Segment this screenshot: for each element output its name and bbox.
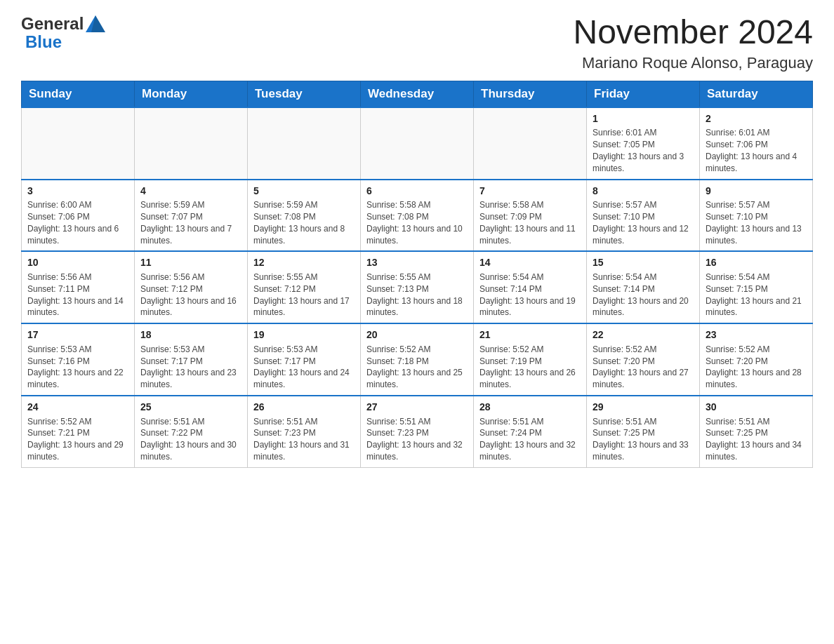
calendar-week-row: 10Sunrise: 5:56 AMSunset: 7:11 PMDayligh… [22,251,813,323]
calendar-cell: 22Sunrise: 5:52 AMSunset: 7:20 PMDayligh… [587,323,700,396]
calendar-cell: 27Sunrise: 5:51 AMSunset: 7:23 PMDayligh… [361,396,474,467]
calendar-cell: 4Sunrise: 5:59 AMSunset: 7:07 PMDaylight… [135,180,248,252]
day-info: Sunrise: 5:56 AMSunset: 7:12 PMDaylight:… [140,271,241,318]
calendar-cell: 28Sunrise: 5:51 AMSunset: 7:24 PMDayligh… [474,396,587,467]
calendar-cell [361,107,474,180]
location-title: Mariano Roque Alonso, Paraguay [573,54,813,72]
day-info: Sunrise: 5:58 AMSunset: 7:08 PMDaylight:… [366,199,468,246]
calendar-cell: 23Sunrise: 5:52 AMSunset: 7:20 PMDayligh… [700,323,813,396]
calendar-cell: 17Sunrise: 5:53 AMSunset: 7:16 PMDayligh… [22,323,135,396]
day-number: 7 [479,185,581,199]
day-number: 19 [253,328,355,342]
day-number: 16 [706,256,807,270]
day-number: 17 [27,328,128,342]
calendar-cell: 5Sunrise: 5:59 AMSunset: 7:08 PMDaylight… [248,180,361,252]
month-title: November 2024 [573,14,813,51]
day-info: Sunrise: 5:51 AMSunset: 7:23 PMDaylight:… [366,416,468,463]
calendar-cell: 2Sunrise: 6:01 AMSunset: 7:06 PMDaylight… [700,107,813,180]
page-header: General Blue November 2024 Mariano Roque… [21,14,813,72]
day-info: Sunrise: 5:53 AMSunset: 7:17 PMDaylight:… [253,344,355,391]
day-info: Sunrise: 5:57 AMSunset: 7:10 PMDaylight:… [706,199,807,246]
day-number: 22 [593,328,694,342]
day-info: Sunrise: 5:58 AMSunset: 7:09 PMDaylight:… [479,199,581,246]
calendar-cell [135,107,248,180]
calendar-cell: 7Sunrise: 5:58 AMSunset: 7:09 PMDaylight… [474,180,587,252]
day-info: Sunrise: 5:55 AMSunset: 7:13 PMDaylight:… [366,271,468,318]
day-number: 30 [706,401,807,415]
calendar-cell: 16Sunrise: 5:54 AMSunset: 7:15 PMDayligh… [700,251,813,323]
day-number: 15 [593,256,694,270]
day-info: Sunrise: 5:51 AMSunset: 7:23 PMDaylight:… [253,416,355,463]
logo: General Blue [21,14,105,52]
day-number: 6 [366,185,468,199]
day-number: 26 [253,401,355,415]
day-info: Sunrise: 5:52 AMSunset: 7:20 PMDaylight:… [593,344,694,391]
calendar-cell: 1Sunrise: 6:01 AMSunset: 7:05 PMDaylight… [587,107,700,180]
calendar-cell: 13Sunrise: 5:55 AMSunset: 7:13 PMDayligh… [361,251,474,323]
day-info: Sunrise: 5:52 AMSunset: 7:19 PMDaylight:… [479,344,581,391]
day-number: 28 [479,401,581,415]
day-number: 29 [593,401,694,415]
calendar-cell: 15Sunrise: 5:54 AMSunset: 7:14 PMDayligh… [587,251,700,323]
day-info: Sunrise: 6:01 AMSunset: 7:06 PMDaylight:… [706,127,807,174]
title-block: November 2024 Mariano Roque Alonso, Para… [573,14,813,72]
day-number: 18 [140,328,241,342]
day-info: Sunrise: 5:53 AMSunset: 7:17 PMDaylight:… [140,344,241,391]
day-info: Sunrise: 5:51 AMSunset: 7:24 PMDaylight:… [479,416,581,463]
day-number: 1 [593,112,694,126]
day-number: 2 [706,112,807,126]
day-info: Sunrise: 5:53 AMSunset: 7:16 PMDaylight:… [27,344,128,391]
day-info: Sunrise: 5:54 AMSunset: 7:14 PMDaylight:… [479,271,581,318]
day-number: 4 [140,185,241,199]
calendar-cell: 10Sunrise: 5:56 AMSunset: 7:11 PMDayligh… [22,251,135,323]
day-number: 10 [27,256,128,270]
calendar-week-row: 1Sunrise: 6:01 AMSunset: 7:05 PMDaylight… [22,107,813,180]
calendar-cell: 3Sunrise: 6:00 AMSunset: 7:06 PMDaylight… [22,180,135,252]
day-number: 14 [479,256,581,270]
calendar-cell: 30Sunrise: 5:51 AMSunset: 7:25 PMDayligh… [700,396,813,467]
calendar-table: SundayMondayTuesdayWednesdayThursdayFrid… [21,81,813,468]
day-number: 9 [706,185,807,199]
calendar-week-row: 3Sunrise: 6:00 AMSunset: 7:06 PMDaylight… [22,180,813,252]
day-info: Sunrise: 6:01 AMSunset: 7:05 PMDaylight:… [593,127,694,174]
calendar-cell: 12Sunrise: 5:55 AMSunset: 7:12 PMDayligh… [248,251,361,323]
calendar-cell: 21Sunrise: 5:52 AMSunset: 7:19 PMDayligh… [474,323,587,396]
calendar-cell [248,107,361,180]
calendar-week-row: 24Sunrise: 5:52 AMSunset: 7:21 PMDayligh… [22,396,813,467]
calendar-week-row: 17Sunrise: 5:53 AMSunset: 7:16 PMDayligh… [22,323,813,396]
calendar-cell: 14Sunrise: 5:54 AMSunset: 7:14 PMDayligh… [474,251,587,323]
day-info: Sunrise: 6:00 AMSunset: 7:06 PMDaylight:… [27,199,128,246]
day-number: 13 [366,256,468,270]
calendar-cell [22,107,135,180]
calendar-cell: 9Sunrise: 5:57 AMSunset: 7:10 PMDaylight… [700,180,813,252]
calendar-cell: 26Sunrise: 5:51 AMSunset: 7:23 PMDayligh… [248,396,361,467]
calendar-cell [474,107,587,180]
day-number: 24 [27,401,128,415]
day-info: Sunrise: 5:52 AMSunset: 7:20 PMDaylight:… [706,344,807,391]
calendar-cell: 20Sunrise: 5:52 AMSunset: 7:18 PMDayligh… [361,323,474,396]
calendar-cell: 24Sunrise: 5:52 AMSunset: 7:21 PMDayligh… [22,396,135,467]
calendar-cell: 18Sunrise: 5:53 AMSunset: 7:17 PMDayligh… [135,323,248,396]
day-info: Sunrise: 5:55 AMSunset: 7:12 PMDaylight:… [253,271,355,318]
day-header-tuesday: Tuesday [248,81,361,107]
day-number: 20 [366,328,468,342]
day-number: 11 [140,256,241,270]
day-number: 23 [706,328,807,342]
calendar-cell: 19Sunrise: 5:53 AMSunset: 7:17 PMDayligh… [248,323,361,396]
day-number: 27 [366,401,468,415]
calendar-cell: 8Sunrise: 5:57 AMSunset: 7:10 PMDaylight… [587,180,700,252]
logo-blue-text: Blue [25,32,62,52]
day-number: 12 [253,256,355,270]
calendar-cell: 11Sunrise: 5:56 AMSunset: 7:12 PMDayligh… [135,251,248,323]
day-header-friday: Friday [587,81,700,107]
day-info: Sunrise: 5:54 AMSunset: 7:15 PMDaylight:… [706,271,807,318]
day-info: Sunrise: 5:52 AMSunset: 7:18 PMDaylight:… [366,344,468,391]
day-header-sunday: Sunday [22,81,135,107]
calendar-header-row: SundayMondayTuesdayWednesdayThursdayFrid… [22,81,813,107]
day-number: 8 [593,185,694,199]
calendar-cell: 29Sunrise: 5:51 AMSunset: 7:25 PMDayligh… [587,396,700,467]
calendar-cell: 6Sunrise: 5:58 AMSunset: 7:08 PMDaylight… [361,180,474,252]
logo-triangle-icon [86,14,105,34]
logo-general-text: General [21,14,84,34]
day-info: Sunrise: 5:56 AMSunset: 7:11 PMDaylight:… [27,271,128,318]
